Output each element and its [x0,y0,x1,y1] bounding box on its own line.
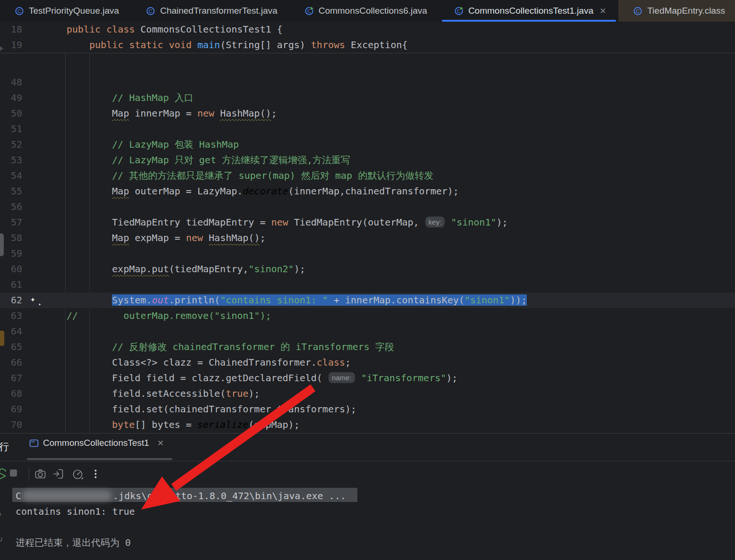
editor-tab-label: TestPriorityQueue.java [29,6,119,16]
editor-tab[interactable]: CTestPriorityQueue.java [0,0,131,22]
code-line[interactable]: 62✦✦ System.out.println("contains sinon1… [0,293,735,308]
line-number[interactable]: 53 [0,152,22,168]
line-number[interactable]: 67 [0,370,22,386]
code-lines[interactable]: 4849 // HashMap 入口50 Map innerMap = new … [0,75,735,433]
line-number[interactable]: 51 [0,121,22,137]
line-number[interactable]: 48 [0,75,22,90]
stop-icon[interactable] [10,469,17,476]
inlay-hint: name: [329,372,355,383]
run-panel-header: 运行 CommonsCollectionsTest1 ✕ [0,434,735,461]
console-line[interactable]: 进程已结束，退出代码为 0 [16,535,735,551]
code-text: // 其他的方法都只是继承了 super(map) 然后对 map 的默认行为做… [67,168,433,184]
rerun-icon[interactable] [0,468,8,480]
code-text: Class<?> clazz = ChainedTransformer.clas… [67,355,351,370]
profiler-gauge-icon[interactable] [71,468,84,481]
line-number[interactable]: 63 [0,308,22,324]
code-line[interactable]: 19 public static void main(String[] args… [0,37,735,53]
code-line[interactable]: 65 // 反射修改 chainedTransformer 的 iTransfo… [0,339,735,355]
screenshot-camera-icon[interactable] [34,468,47,480]
code-line[interactable]: 64 [0,324,735,339]
line-number[interactable]: 50 [0,106,22,121]
code-line[interactable]: 54 // 其他的方法都只是继承了 super(map) 然后对 map 的默认… [0,168,735,184]
line-number[interactable]: 56 [0,199,22,215]
code-line[interactable]: 18public class CommonsCollectionsTest1 { [0,22,735,37]
code-text: expMap.put(tiedMapEntry,"sinon2"); [67,261,305,277]
code-text: Field field = clazz.getDeclaredField( na… [67,370,457,386]
code-text: // 反射修改 chainedTransformer 的 iTransforme… [67,339,394,355]
svg-text:C: C [17,8,21,14]
line-number[interactable]: 52 [0,137,22,152]
code-text: // outerMap.remove("sinon1"); [67,308,271,324]
inlay-hint: key: [425,217,445,227]
code-text: public static void main(String[] args) t… [67,37,408,53]
line-number[interactable]: 55 [0,184,22,199]
code-text: public class CommonsCollectionsTest1 { [67,22,283,37]
line-number[interactable]: 57 [0,215,22,230]
run-console[interactable]: C.jdks\corretto-1.8.0_472\bin\java.exe .… [0,486,735,560]
fold-chevron-icon[interactable] [0,46,3,51]
code-text: Map innerMap = new HashMap(); [67,106,277,121]
code-line[interactable]: 50 Map innerMap = new HashMap(); [0,106,735,121]
editor-tab[interactable]: CChainedTransformerTest.java [131,0,290,22]
line-number[interactable]: 66 [0,355,22,370]
redacted-text [22,490,112,501]
code-line[interactable]: 60 expMap.put(tiedMapEntry,"sinon2"); [0,261,735,277]
code-line[interactable]: 63// outerMap.remove("sinon1"); [0,308,735,324]
console-window-icon [29,439,39,448]
java-class-icon: C [146,6,156,16]
code-line[interactable]: 70 byte[] bytes = serialize(expMap); [0,417,735,433]
code-line[interactable]: 53 // LazyMap 只对 get 方法继续了逻辑增强,方法重写 [0,152,735,168]
scroll-end-icon[interactable]: ⇂ [0,555,3,560]
editor-tab[interactable]: CTiedMapEntry.class [618,0,735,22]
code-line[interactable]: 58 Map expMap = new HashMap(); [0,230,735,246]
line-number[interactable]: 62 [0,293,22,308]
code-line[interactable]: 55 Map outerMap = LazyMap.decorate(inner… [0,184,735,199]
console-text: contains sinon1: true [16,506,135,517]
sticky-lines: 18public class CommonsCollectionsTest1 {… [0,22,735,53]
code-line[interactable]: 57 TiedMapEntry tiedMapEntry = new TiedM… [0,215,735,230]
run-toolwindow-label[interactable]: 运行 [0,440,9,453]
console-text: 进程已结束，退出代码为 0 [16,537,131,548]
scroll-up-icon[interactable]: ∧ [0,508,2,518]
code-line[interactable]: 51 [0,121,735,137]
editor-tab[interactable]: CCommonsCollectionsTest1.java✕ [439,0,618,22]
line-number[interactable]: 60 [0,261,22,277]
code-line[interactable]: 52 // LazyMap 包装 HashMap [0,137,735,152]
scroll-marker[interactable] [0,234,4,256]
editor-tab-label: CommonsCollections6.java [319,6,427,16]
code-text: Map expMap = new HashMap(); [67,230,265,246]
code-line[interactable]: 68 field.setAccessible(true); [0,386,735,401]
console-side-stripe: ∧ ↻ ⇂ [0,486,12,560]
code-line[interactable]: 48 [0,75,735,90]
line-number[interactable]: 18 [0,22,22,37]
line-number[interactable]: 49 [0,90,22,106]
console-line[interactable] [16,519,735,535]
editor-tab-label: TiedMapEntry.class [647,6,725,16]
code-line[interactable]: 59 [0,246,735,261]
attach-debugger-icon[interactable] [52,468,65,480]
console-line[interactable]: C.jdks\corretto-1.8.0_472\bin\java.exe .… [16,488,735,504]
code-line[interactable]: 69 field.set(chainedTransformer,transfor… [0,401,735,417]
code-editor[interactable]: 4849 // HashMap 入口50 Map innerMap = new … [0,22,735,433]
code-line[interactable]: 61 [0,277,735,293]
line-number[interactable]: 70 [0,417,22,433]
line-number[interactable]: 54 [0,168,22,184]
code-line[interactable]: 66 Class<?> clazz = ChainedTransformer.c… [0,355,735,370]
code-line[interactable]: 67 Field field = clazz.getDeclaredField(… [0,370,735,386]
code-line[interactable]: 56 [0,199,735,215]
more-options-kebab-icon[interactable] [89,468,102,480]
line-number[interactable]: 61 [0,277,22,293]
code-line[interactable]: 49 // HashMap 入口 [0,90,735,106]
line-number[interactable]: 68 [0,386,22,401]
line-number[interactable]: 19 [0,37,22,53]
editor-tab[interactable]: CCommonsCollections6.java [290,0,439,22]
run-tab[interactable]: CommonsCollectionsTest1 ✕ [29,438,164,448]
close-icon[interactable]: ✕ [157,438,164,448]
console-line[interactable]: contains sinon1: true [16,504,735,519]
editor-tab-label: CommonsCollectionsTest1.java [468,6,593,16]
close-icon[interactable]: ✕ [600,7,606,15]
print-icon[interactable]: ↻ [0,535,3,544]
ai-sparkle-icon[interactable]: ✦ [30,291,35,307]
line-number[interactable]: 69 [0,401,22,417]
java-class-icon: C [15,6,25,16]
